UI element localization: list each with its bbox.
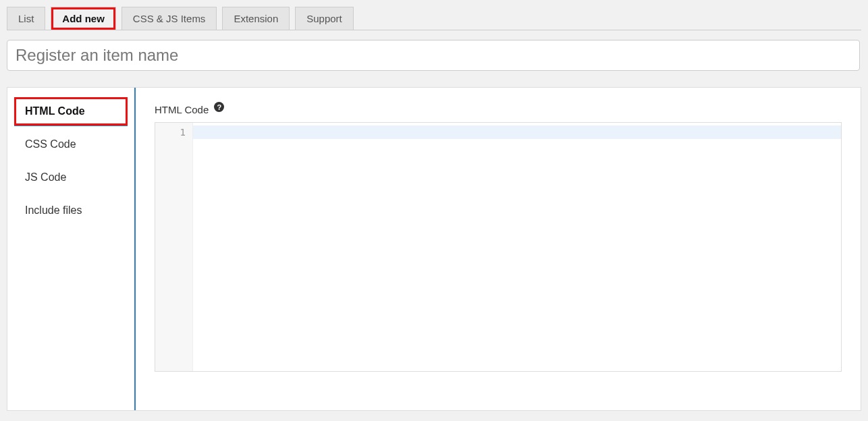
editor-main: HTML Code ? 1 <box>136 88 861 410</box>
editor-gutter: 1 <box>155 123 193 371</box>
tab-css-js-items[interactable]: CSS & JS Items <box>121 7 217 30</box>
tab-list[interactable]: List <box>7 7 45 30</box>
editor-panel: HTML Code CSS Code JS Code Include files… <box>7 87 861 411</box>
sidebar-item-html-code[interactable]: HTML Code <box>14 97 128 126</box>
code-line[interactable] <box>193 125 841 139</box>
editor-code-area[interactable] <box>193 123 841 371</box>
code-editor[interactable]: 1 <box>155 122 842 372</box>
tab-row: List Add new CSS & JS Items Extension Su… <box>7 7 861 30</box>
sidebar-item-include-files[interactable]: Include files <box>14 196 128 225</box>
line-number: 1 <box>158 125 186 139</box>
editor-label-row: HTML Code ? <box>155 104 842 115</box>
editor-label: HTML Code <box>155 104 209 115</box>
editor-sidebar: HTML Code CSS Code JS Code Include files <box>7 88 136 410</box>
help-icon[interactable]: ? <box>214 102 224 112</box>
tab-extension[interactable]: Extension <box>222 7 290 30</box>
item-name-input[interactable] <box>7 40 860 71</box>
tab-support[interactable]: Support <box>295 7 354 30</box>
sidebar-item-js-code[interactable]: JS Code <box>14 163 128 192</box>
sidebar-item-css-code[interactable]: CSS Code <box>14 130 128 159</box>
tab-add-new[interactable]: Add new <box>51 7 116 30</box>
